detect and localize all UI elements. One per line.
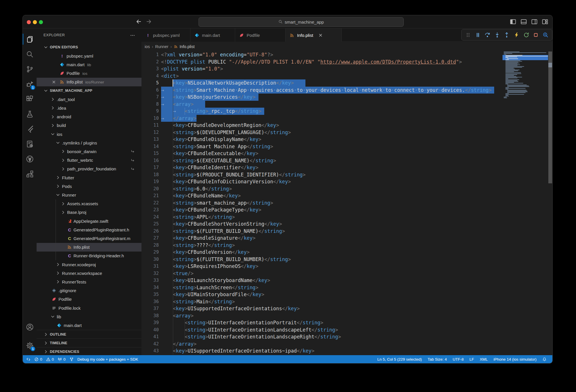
code-line[interactable]: 31 <key>LSRequiresIPhoneOS</key> [141, 263, 552, 270]
line-number[interactable]: 14 [141, 143, 159, 150]
line-number[interactable]: 10 [141, 115, 159, 122]
code-line[interactable]: 11 <key>CFBundleDevelopmentRegion</key> [141, 122, 552, 129]
line-number[interactable]: 15 [141, 150, 159, 157]
code-line[interactable]: 4<dict> [141, 73, 552, 80]
status-ports[interactable]: 0 [58, 357, 66, 361]
line-number[interactable]: 30 [141, 256, 159, 263]
tree-item-podfile[interactable]: Podfileios [37, 69, 141, 78]
code-line[interactable]: 12 <string>$(DEVELOPMENT_LANGUAGE)</stri… [141, 129, 552, 136]
line-number[interactable]: 23 [141, 206, 159, 214]
tree-item-runnertests[interactable]: RunnerTests [37, 277, 141, 286]
tree-item-appdelegate-swift[interactable]: AppDelegate.swift [37, 217, 141, 225]
activity-files[interactable] [23, 32, 37, 46]
tree-item--dart-tool[interactable]: .dart_tool [37, 95, 141, 104]
code-line[interactable]: 25 <key>CFBundleShortVersionString</key> [141, 220, 552, 228]
section-open-editors[interactable]: OPEN EDITORS [37, 43, 141, 52]
line-number[interactable]: 5 [141, 79, 159, 87]
line-number[interactable]: 7 [141, 94, 159, 101]
line-number[interactable]: 27 [141, 235, 159, 242]
activity-flutter[interactable] [23, 122, 37, 136]
line-number[interactable]: 42 [141, 340, 159, 348]
line-number[interactable]: 41 [141, 333, 159, 340]
code-line[interactable]: 24 <string>APPL</string> [141, 214, 552, 221]
activity-runfile[interactable] [23, 137, 37, 151]
line-number[interactable]: 25 [141, 220, 159, 228]
code-line[interactable]: 27 <key>CFBundleSignature</key> [141, 235, 552, 242]
tab-main-dart[interactable]: main.dart [190, 28, 235, 42]
code-line[interactable]: 2<!DOCTYPE plist PUBLIC "-//Apple//DTD P… [141, 58, 552, 66]
breadcrumb-item[interactable]: Runner [155, 44, 169, 49]
line-number[interactable]: 16 [141, 157, 159, 164]
line-number[interactable]: 34 [141, 284, 159, 291]
line-number[interactable]: 17 [141, 164, 159, 171]
command-center-search[interactable]: smart_machine_app [199, 17, 404, 27]
line-number[interactable]: 39 [141, 319, 159, 326]
line-number[interactable]: 21 [141, 192, 159, 199]
layout-sidebar-right-icon[interactable] [531, 18, 538, 25]
line-number[interactable]: 38 [141, 312, 159, 319]
code-line[interactable]: 21 <key>CFBundleName</key> [141, 192, 552, 199]
line-number[interactable]: 6 [141, 87, 159, 94]
tree-item--idea[interactable]: .idea [37, 104, 141, 112]
code-line[interactable]: 26 <string>$(FLUTTER_BUILD_NAME)</string… [141, 228, 552, 235]
tree-item-base-lproj[interactable]: Base.lproj [37, 208, 141, 217]
code-line[interactable]: 32 <true/> [141, 270, 552, 277]
code-line[interactable]: 19 <key>CFBundleInfoDictionaryVersion</k… [141, 178, 552, 185]
line-number[interactable]: 37 [141, 305, 159, 312]
tree-item-runner-xcworkspace[interactable]: Runner.xcworkspace [37, 269, 141, 277]
breadcrumb-item[interactable]: Info.plist [174, 44, 194, 49]
tree-item-info-plist[interactable]: Info.plistios/Runner [37, 78, 141, 86]
code-line[interactable]: 10→</array> [141, 115, 552, 122]
tree-item-runner-xcodeproj[interactable]: Runner.xcodeproj [37, 260, 141, 269]
step-out-icon[interactable] [504, 32, 510, 38]
status-eol[interactable]: LF [469, 357, 474, 361]
status-debug-config[interactable]: Debug my code + packages + SDK [78, 357, 138, 361]
step-over-icon[interactable] [484, 32, 491, 38]
code-line[interactable]: 40 <string>UIInterfaceOrientationLandsca… [141, 326, 552, 334]
line-number[interactable]: 3 [141, 65, 159, 73]
line-number[interactable]: 1 [141, 51, 159, 58]
bolt-icon[interactable] [513, 32, 520, 38]
code-line[interactable]: 37 <key>UISupportedInterfaceOrientations… [141, 305, 552, 312]
line-number[interactable]: 35 [141, 291, 159, 298]
layout-custom-icon[interactable] [542, 18, 548, 25]
status-remote-indicator[interactable] [26, 357, 31, 361]
status-warnings[interactable]: 0 [46, 357, 54, 361]
tree-item-pubspec-yaml[interactable]: !pubspec.yaml [37, 52, 141, 60]
line-number[interactable]: 9 [141, 108, 159, 115]
close-icon[interactable] [52, 80, 56, 84]
inspect-icon[interactable] [542, 32, 549, 38]
code-line[interactable]: 13 <key>CFBundleDisplayName</key> [141, 136, 552, 143]
code-line[interactable]: 15 <key>CFBundleExecutable</key> [141, 150, 552, 157]
close-icon[interactable] [318, 33, 323, 38]
code-line[interactable]: 23 <key>CFBundlePackageType</key> [141, 206, 552, 214]
code-line[interactable]: 18 <string>$(PRODUCT_BUNDLE_IDENTIFIER)<… [141, 171, 552, 178]
activity-scm[interactable] [23, 62, 37, 76]
code-line[interactable]: 8→<array> [141, 101, 552, 108]
tree-item-ios[interactable]: ios [37, 130, 141, 138]
restart-icon[interactable] [523, 32, 529, 38]
code-line[interactable]: 5 <key>NSLocalNetworkUsageDescription</k… [141, 79, 552, 87]
tree-item-main-dart[interactable]: main.dart [37, 321, 141, 330]
section-outline[interactable]: OUTLINE [37, 330, 141, 339]
tree-item-build[interactable]: build [37, 121, 141, 130]
tree-item-assets-xcassets[interactable]: Assets.xcassets [37, 199, 141, 208]
tree-item-info-plist[interactable]: Info.plist [37, 243, 141, 252]
code-line[interactable]: 9 →<string>_rpc._tcp</string> [141, 108, 552, 115]
line-number[interactable]: 4 [141, 73, 159, 80]
code-line[interactable]: 39 <string>UIInterfaceOrientationPortrai… [141, 319, 552, 326]
minimap[interactable] [503, 51, 548, 355]
line-number[interactable]: 43 [141, 347, 159, 355]
tree-item-podfile-lock[interactable]: Podfile.lock [37, 304, 141, 312]
code-line[interactable]: 7→<key>NSBonjourServices</key> [141, 94, 552, 101]
activity-debug[interactable]: 1 [23, 77, 37, 91]
line-number[interactable]: 8 [141, 101, 159, 108]
code-line[interactable]: 30 <string>$(FLUTTER_BUILD_NUMBER)</stri… [141, 256, 552, 263]
activity-hier[interactable] [23, 167, 37, 181]
tree-item-android[interactable]: android [37, 113, 141, 121]
line-number[interactable]: 33 [141, 277, 159, 284]
line-number[interactable]: 11 [141, 122, 159, 129]
activity-github[interactable] [23, 152, 37, 166]
code-line[interactable]: 17 <key>CFBundleIdentifier</key> [141, 164, 552, 171]
tab-podfile[interactable]: Podfile [235, 28, 286, 42]
